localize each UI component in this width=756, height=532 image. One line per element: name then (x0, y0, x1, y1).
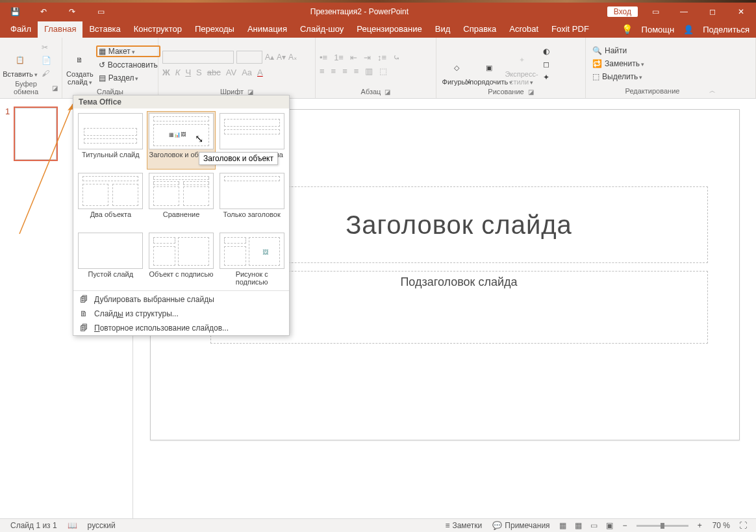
group-clipboard-label: Буфер обмена (4, 80, 48, 95)
tab-transitions[interactable]: Переходы (188, 21, 241, 38)
layout-content-caption[interactable]: Объект с подписью (147, 231, 216, 289)
group-editing-label: Редактирование (625, 87, 680, 95)
arrange-button[interactable]: ▣ Упорядочить (473, 40, 505, 88)
tab-review[interactable]: Рецензирование (350, 21, 428, 38)
layout-title-slide[interactable]: Титульный слайд (76, 111, 145, 170)
select-button[interactable]: ⬚Выделить (590, 71, 647, 82)
menu-duplicate-slides[interactable]: 🗐Дублировать выбранные слайды (73, 292, 289, 307)
replace-icon: 🔁 (592, 59, 602, 68)
paste-icon: 📋 (11, 51, 29, 69)
layout-comparison[interactable]: Сравнение (147, 171, 216, 229)
paragraph-launcher[interactable]: ◪ (384, 88, 390, 95)
minimize-button[interactable]: — (673, 4, 695, 19)
quick-styles-icon: ✦ (512, 51, 531, 69)
tab-slideshow[interactable]: Слайд-шоу (294, 21, 350, 38)
thumbnail-1[interactable] (14, 107, 58, 161)
spacing-button: AV (226, 68, 236, 77)
bold-button: Ж (162, 68, 170, 77)
comments-button[interactable]: 💬 Примечания (487, 521, 555, 530)
qat-undo-icon[interactable]: ↶ (32, 4, 55, 19)
sorter-view-button[interactable]: ▦ (571, 520, 586, 531)
layout-title-only[interactable]: Только заголовок (217, 171, 286, 229)
brush-icon: 🖌 (42, 69, 49, 78)
normal-view-button[interactable]: ▦ (555, 520, 571, 531)
qat-redo-icon[interactable]: ↷ (61, 4, 83, 19)
layout-label: Макет (108, 47, 135, 56)
slide-counter[interactable]: Слайд 1 из 1 (5, 521, 62, 530)
copy-icon: 📄 (42, 56, 51, 65)
slideshow-view-button[interactable]: ▣ (602, 520, 618, 531)
gallery-header: Тема Office (73, 95, 289, 108)
notes-button[interactable]: ≡ Заметки (440, 521, 487, 530)
layout-blank[interactable]: Пустой слайд (76, 231, 145, 289)
tab-insert[interactable]: Вставка (82, 21, 127, 38)
collapse-ribbon-icon[interactable]: ︿ (709, 86, 716, 95)
zoom-percent[interactable]: 70 % (707, 521, 735, 530)
ribbon-display-options-icon[interactable]: ▭ (644, 4, 666, 19)
qat-startfrombeginning-icon[interactable]: ▭ (90, 4, 112, 19)
zoom-out-button[interactable]: − (618, 521, 633, 530)
new-slide-label: Создать слайд (66, 70, 94, 86)
layout-icon: ▦ (99, 47, 106, 56)
group-paragraph: •≡ 1≡ ⇤ ⇥ ↕≡ ⤿ ≡ ≡ ≡ ≡ ▥ ⬚ Абзац◪ (316, 38, 436, 98)
zoom-in-button[interactable]: + (692, 521, 707, 530)
clear-formatting-icon: Aₓ (288, 53, 297, 62)
align-right-icon: ≡ (342, 66, 347, 76)
strike-button: abc (207, 68, 221, 77)
new-slide-icon: 🗎 (71, 51, 89, 69)
share-button[interactable]: Поделиться (703, 25, 750, 34)
qat-save-icon[interactable]: 💾 (4, 4, 26, 19)
drawing-launcher[interactable]: ◪ (528, 88, 534, 95)
font-launcher[interactable]: ◪ (247, 88, 253, 95)
maximize-button[interactable]: ◻ (701, 4, 724, 19)
tab-design[interactable]: Конструктор (127, 21, 188, 38)
layout-button[interactable]: ▦Макет (96, 45, 160, 57)
indent-inc-icon: ⇥ (364, 53, 371, 62)
replace-button[interactable]: 🔁Заменить (590, 58, 647, 69)
replace-label: Заменить (605, 59, 644, 68)
language-indicator[interactable]: русский (82, 521, 121, 530)
layout-two-content[interactable]: Два объекта (76, 171, 145, 229)
paste-button[interactable]: 📋 Вставить (4, 40, 36, 80)
zoom-slider[interactable] (636, 525, 688, 527)
tab-home[interactable]: Главная (38, 21, 82, 38)
select-label: Выделить (602, 72, 642, 81)
reset-icon: ↺ (99, 60, 105, 70)
thumbnail-number: 1 (5, 107, 10, 161)
layout-picture-caption[interactable]: 🖼 Рисунок с подписью (217, 231, 286, 289)
tab-file[interactable]: Файл (4, 21, 38, 38)
menu-slides-from-outline[interactable]: 🗎Слайды из структуры... (73, 307, 289, 321)
tab-view[interactable]: Вид (429, 21, 457, 38)
fit-to-window-button[interactable]: ⛶ (735, 520, 751, 531)
group-paragraph-label: Абзац (361, 88, 381, 95)
login-button[interactable]: Вход (607, 6, 638, 17)
decrease-font-icon: A▾ (277, 53, 286, 62)
group-slides: 🗎 Создать слайд ▦Макет ↺Восстановить ▤Ра… (62, 38, 158, 98)
reset-button[interactable]: ↺Восстановить (96, 60, 160, 70)
align-center-icon: ≡ (331, 66, 336, 76)
tab-foxit[interactable]: Foxit PDF (545, 21, 596, 38)
fontsize-combo (236, 51, 262, 64)
find-button[interactable]: 🔍Найти (590, 45, 647, 56)
ribbon-tabs: Файл Главная Вставка Конструктор Переход… (0, 20, 756, 38)
tab-help[interactable]: Справка (457, 21, 503, 38)
shape-fill-button: ◐ (540, 46, 552, 57)
share-icon: 👤 (683, 25, 694, 34)
lightbulb-icon: 💡 (622, 24, 633, 34)
tab-acrobat[interactable]: Acrobat (503, 21, 545, 38)
spellcheck-icon[interactable]: 📖 (62, 521, 82, 530)
select-icon: ⬚ (592, 72, 599, 81)
indent-dec-icon: ⇤ (350, 53, 357, 62)
group-editing: 🔍Найти 🔁Заменить ⬚Выделить Редактировани… (586, 38, 756, 98)
reading-view-button[interactable]: ▭ (586, 520, 602, 531)
tab-animations[interactable]: Анимация (241, 21, 294, 38)
clipboard-launcher[interactable]: ◪ (52, 84, 58, 92)
close-button[interactable]: ✕ (730, 4, 752, 19)
menu-reuse-slides[interactable]: 🗐Повторное использование слайдов... (73, 321, 289, 335)
subtitle-placeholder-text: Подзаголовок слайда (400, 275, 517, 288)
effects-icon: ✦ (543, 73, 549, 82)
tell-me[interactable]: Помощн (642, 25, 675, 34)
font-color-button: A (257, 68, 263, 77)
section-button[interactable]: ▤Раздел (96, 73, 160, 83)
new-slide-button[interactable]: 🗎 Создать слайд (66, 40, 94, 88)
